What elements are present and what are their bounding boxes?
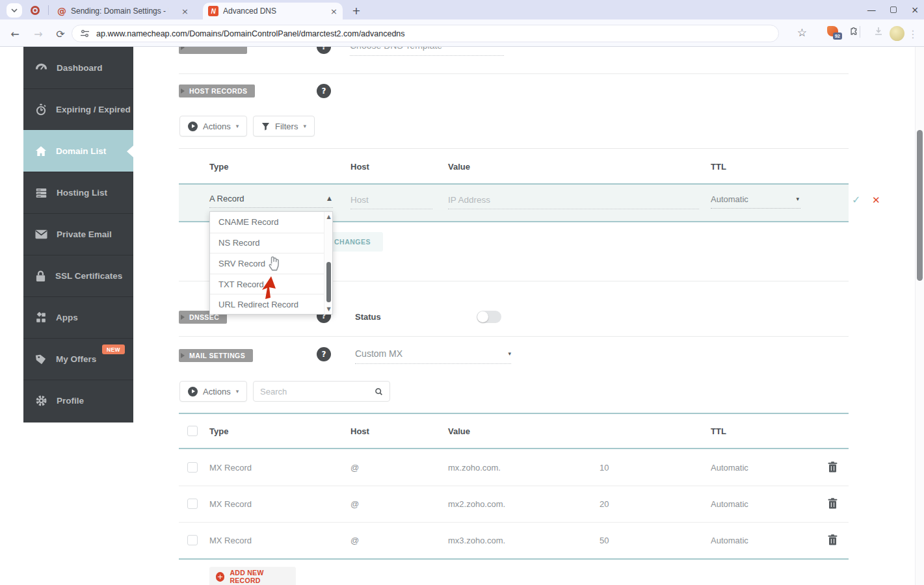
help-icon[interactable]: ?: [317, 84, 331, 98]
profile-button[interactable]: [890, 26, 904, 41]
sidebar-item-dashboard[interactable]: Dashboard: [23, 47, 133, 88]
sidebar-item-hosting-list[interactable]: Hosting List: [23, 172, 133, 213]
host-input[interactable]: Host: [350, 195, 432, 209]
mail-search[interactable]: [253, 381, 390, 402]
server-icon: [35, 188, 47, 198]
record-priority: 10: [600, 463, 609, 473]
section-divider: [179, 336, 849, 337]
confirm-record-icon[interactable]: ✓: [852, 194, 860, 206]
page-scrollbar[interactable]: [915, 47, 924, 585]
dns-template-select[interactable]: Choose DNS Template: [350, 47, 504, 56]
new-badge: NEW: [102, 344, 125, 354]
sidebar-item-apps[interactable]: Apps: [23, 296, 133, 338]
column-host: Host: [350, 426, 369, 436]
filters-button[interactable]: Filters ▾: [253, 116, 315, 136]
sidebar-item-expiring-expired[interactable]: Expiring / Expired: [23, 88, 133, 130]
ttl-select[interactable]: Automatic ▾: [711, 194, 800, 209]
row-checkbox[interactable]: [187, 462, 198, 473]
caret-down-icon: ▾: [236, 123, 239, 129]
value-input[interactable]: IP Address: [448, 195, 699, 209]
section-divider: [179, 73, 849, 74]
record-value: mx.zoho.com.: [448, 463, 501, 473]
apps-grid-icon: [35, 312, 47, 324]
chevron-down-icon: [11, 8, 18, 12]
tab-search-button[interactable]: [7, 3, 22, 18]
back-button[interactable]: ←: [8, 27, 22, 41]
actions-button[interactable]: Actions ▾: [179, 116, 247, 136]
search-input[interactable]: [260, 387, 375, 396]
window-controls: — ×: [867, 3, 919, 17]
row-separator: [179, 522, 849, 523]
sidebar-item-label: Dashboard: [57, 63, 103, 73]
record-type: MX Record: [209, 499, 252, 509]
sidebar-item-label: Hosting List: [57, 188, 107, 198]
select-all-checkbox[interactable]: [187, 426, 198, 436]
browser-menu-button[interactable]: ⋮: [906, 27, 920, 41]
minimize-button[interactable]: —: [867, 5, 876, 15]
row-checkbox[interactable]: [187, 499, 198, 509]
help-icon[interactable]: ?: [317, 347, 331, 361]
dropdown-option-cname[interactable]: CNAME Record: [210, 212, 324, 233]
add-new-record-button[interactable]: + ADD NEW RECORD: [209, 567, 296, 585]
dns-template-label: Choose DNS Template: [350, 47, 442, 51]
close-window-button[interactable]: ×: [911, 5, 919, 15]
tab-mail[interactable]: @ Sending: Domain Settings - Ma ×: [52, 3, 194, 20]
sidebar-item-label: Private Email: [57, 229, 112, 239]
mail-mode-select[interactable]: Custom MX ▾: [355, 348, 511, 364]
new-tab-button[interactable]: +: [350, 4, 363, 17]
scroll-down-icon[interactable]: ▼: [324, 306, 333, 312]
sidebar-item-label: Profile: [57, 396, 84, 406]
scroll-up-icon[interactable]: ▲: [324, 214, 333, 220]
record-host: @: [350, 463, 359, 473]
envelope-icon: [35, 229, 47, 239]
dropdown-option-ns[interactable]: NS Record: [210, 233, 324, 254]
mail-table-top-border: [179, 413, 849, 414]
avatar: [890, 26, 904, 41]
forward-button[interactable]: →: [31, 27, 46, 41]
sidebar-item-my-offers[interactable]: My Offers NEW: [23, 338, 133, 380]
add-new-record-label: ADD NEW RECORD: [230, 569, 289, 584]
sidebar-item-label: Expiring / Expired: [56, 105, 131, 114]
sidebar-item-ssl-certificates[interactable]: SSL Certificates: [23, 255, 133, 296]
address-bar[interactable]: ap.www.namecheap.com/Domains/DomainContr…: [72, 25, 779, 42]
mail-header-border: [179, 448, 849, 449]
row-separator: [179, 486, 849, 486]
dnssec-toggle[interactable]: [477, 311, 501, 323]
mail-actions-button[interactable]: Actions ▾: [179, 381, 247, 402]
extension-badge: 92: [833, 32, 842, 40]
record-value: mx2.zoho.com.: [448, 499, 505, 509]
tab-title: Advanced DNS: [223, 6, 276, 16]
sidebar-item-profile[interactable]: Profile: [23, 380, 133, 421]
actions-label: Actions: [203, 387, 231, 396]
scrollbar-thumb[interactable]: [326, 262, 331, 302]
dropdown-scrollbar[interactable]: ▲ ▼: [324, 212, 332, 314]
delete-record-icon[interactable]: [828, 498, 838, 509]
sidebar-item-private-email[interactable]: Private Email: [23, 213, 133, 255]
bookmark-star-icon[interactable]: ☆: [797, 26, 807, 39]
delete-record-icon[interactable]: [828, 534, 838, 545]
sidebar-item-label: Domain List: [56, 146, 106, 156]
browser-toolbar: ← → ⟳ ap.www.namecheap.com/Domains/Domai…: [0, 20, 924, 47]
lock-icon: [35, 270, 46, 282]
pinned-tab[interactable]: [31, 6, 40, 15]
downloads-button[interactable]: [873, 26, 884, 36]
sidebar-item-label: My Offers: [56, 354, 96, 364]
record-type-select[interactable]: A Record ▲: [209, 194, 333, 208]
sidebar-item-domain-list[interactable]: Domain List: [23, 130, 133, 172]
column-type: Type: [209, 426, 228, 436]
record-type: MX Record: [209, 536, 252, 545]
refresh-button[interactable]: ⟳: [53, 27, 68, 41]
cancel-record-icon[interactable]: ✕: [872, 194, 880, 206]
close-tab-icon[interactable]: ×: [181, 7, 189, 16]
close-tab-icon[interactable]: ×: [330, 7, 337, 16]
extension-pinned[interactable]: 92: [827, 26, 838, 36]
extensions-menu[interactable]: [848, 26, 859, 37]
column-type: Type: [209, 162, 228, 172]
scrollbar-thumb[interactable]: [917, 130, 923, 281]
tab-advanced-dns[interactable]: N Advanced DNS ×: [203, 3, 343, 20]
row-checkbox[interactable]: [187, 535, 198, 545]
help-icon[interactable]: ?: [317, 47, 331, 54]
delete-record-icon[interactable]: [828, 462, 838, 473]
namecheap-icon: N: [208, 6, 218, 16]
maximize-button[interactable]: [890, 6, 897, 13]
